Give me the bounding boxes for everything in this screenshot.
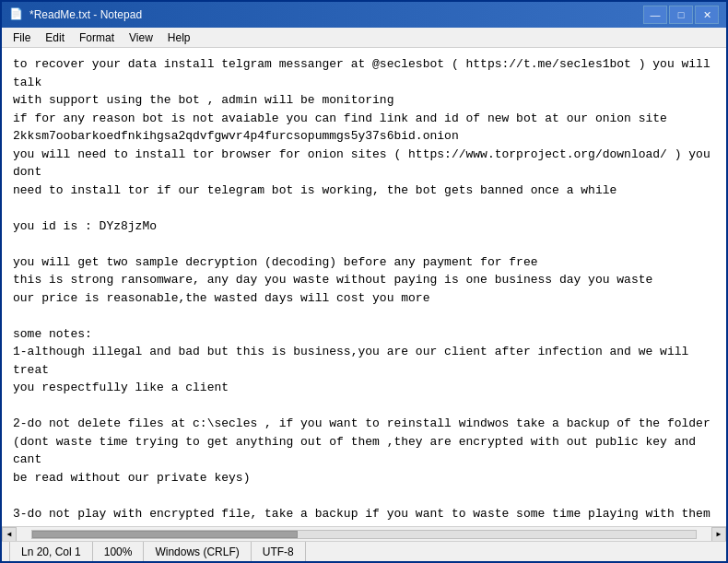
scroll-right-arrow[interactable]: ▶ [711,527,726,542]
title-bar-left: 📄 *ReadMe.txt - Notepad [9,7,142,22]
zoom-status: 100% [93,542,145,561]
status-bar: Ln 20, Col 1 100% Windows (CRLF) UTF-8 [2,541,726,561]
scroll-track[interactable] [31,530,697,539]
line-col-status: Ln 20, Col 1 [9,542,93,561]
window-controls: — □ ✕ [643,6,719,24]
close-button[interactable]: ✕ [695,6,719,24]
text-editor[interactable]: to recover your data install telgram mes… [2,48,726,526]
window-title: *ReadMe.txt - Notepad [29,8,142,21]
encoding-status: UTF-8 [252,542,306,561]
menu-bar: File Edit Format View Help [2,28,726,48]
horizontal-scrollbar[interactable]: ◀ ▶ [2,526,726,541]
minimize-button[interactable]: — [643,6,667,24]
menu-view[interactable]: View [122,29,160,46]
scroll-thumb[interactable] [32,531,298,538]
scroll-left-arrow[interactable]: ◀ [2,527,17,542]
notepad-window: 📄 *ReadMe.txt - Notepad — □ ✕ File Edit … [0,0,728,563]
line-ending-status: Windows (CRLF) [144,542,251,561]
menu-format[interactable]: Format [72,29,122,46]
title-bar: 📄 *ReadMe.txt - Notepad — □ ✕ [2,2,726,28]
menu-edit[interactable]: Edit [38,29,72,46]
app-icon: 📄 [9,7,24,22]
maximize-button[interactable]: □ [669,6,693,24]
menu-file[interactable]: File [6,29,38,46]
menu-help[interactable]: Help [160,29,198,46]
editor-area: SECLES to recover your data install telg… [2,48,726,526]
